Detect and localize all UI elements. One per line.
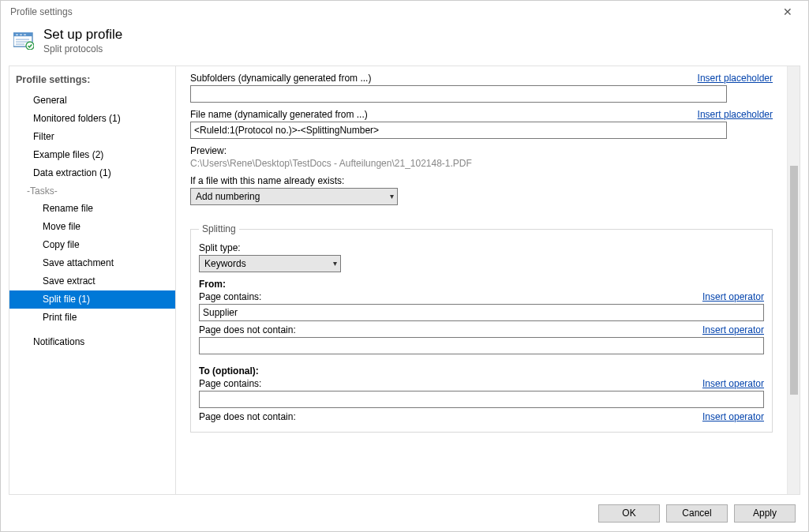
sidebar-item-filter[interactable]: Filter — [9, 128, 175, 146]
sidebar-item-general[interactable]: General — [9, 92, 175, 110]
to-label: To (optional): — [199, 365, 764, 377]
filename-input[interactable] — [190, 122, 727, 139]
page-contains-label: Page contains: — [199, 291, 261, 302]
subfolders-input[interactable] — [190, 85, 727, 103]
sidebar-item-data-extraction[interactable]: Data extraction (1) — [9, 164, 175, 182]
content-area: Subfolders (dynamically generated from .… — [176, 66, 787, 494]
window-title: Profile settings — [6, 6, 73, 17]
file-exists-value: Add numbering — [196, 191, 260, 202]
titlebar: Profile settings ✕ — [1, 1, 808, 23]
preview-value: C:\Users\Rene\Desktop\TestDocs - Aufteil… — [190, 158, 773, 169]
filename-label: File name (dynamically generated from ..… — [190, 109, 368, 120]
from-label: From: — [199, 279, 764, 290]
insert-operator-link[interactable]: Insert operator — [702, 411, 764, 422]
insert-operator-link[interactable]: Insert operator — [702, 378, 764, 389]
close-icon[interactable]: ✕ — [772, 6, 803, 18]
to-page-contains-input[interactable] — [199, 391, 764, 408]
page-header: Set up profile Split protocols — [1, 23, 808, 66]
file-exists-dropdown[interactable]: Add numbering ▾ — [190, 188, 398, 205]
sidebar-title: Profile settings: — [9, 66, 175, 92]
splitting-legend: Splitting — [199, 223, 239, 234]
file-exists-label: If a file with this name already exists: — [190, 175, 773, 186]
subfolders-label: Subfolders (dynamically generated from .… — [190, 73, 371, 84]
sidebar-item-print-file[interactable]: Print file — [9, 309, 175, 327]
apply-button[interactable]: Apply — [734, 504, 796, 523]
sidebar-item-monitored-folders[interactable]: Monitored folders (1) — [9, 110, 175, 128]
page-title: Set up profile — [43, 28, 122, 43]
sidebar-item-save-extract[interactable]: Save extract — [9, 272, 175, 290]
sidebar-item-rename-file[interactable]: Rename file — [9, 200, 175, 218]
sidebar-item-example-files[interactable]: Example files (2) — [9, 146, 175, 164]
insert-operator-link[interactable]: Insert operator — [702, 291, 764, 302]
sidebar-item-split-file[interactable]: Split file (1) — [9, 290, 175, 309]
insert-placeholder-link[interactable]: Insert placeholder — [698, 109, 773, 120]
from-page-not-contain-input[interactable] — [199, 337, 764, 354]
sidebar-item-save-attachment[interactable]: Save attachment — [9, 254, 175, 272]
insert-placeholder-link[interactable]: Insert placeholder — [698, 73, 773, 84]
page-subtitle: Split protocols — [43, 43, 122, 54]
sidebar-item-notifications[interactable]: Notifications — [9, 333, 175, 351]
page-not-contain-label: Page does not contain: — [199, 411, 296, 422]
splitting-group: Splitting Split type: Keywords ▾ From: P… — [190, 229, 773, 433]
scrollbar-thumb[interactable] — [790, 166, 798, 395]
profile-icon — [13, 32, 34, 50]
sidebar-item-copy-file[interactable]: Copy file — [9, 236, 175, 254]
chevron-down-icon: ▾ — [390, 192, 394, 200]
ok-button[interactable]: OK — [598, 504, 660, 523]
scrollbar[interactable] — [787, 66, 800, 494]
dialog-footer: OK Cancel Apply — [1, 495, 808, 531]
cancel-button[interactable]: Cancel — [666, 504, 728, 523]
sidebar-item-move-file[interactable]: Move file — [9, 218, 175, 236]
split-type-label: Split type: — [199, 242, 764, 253]
insert-operator-link[interactable]: Insert operator — [702, 324, 764, 335]
page-contains-label: Page contains: — [199, 378, 261, 389]
split-type-dropdown[interactable]: Keywords ▾ — [199, 255, 341, 272]
preview-label: Preview: — [190, 145, 773, 156]
sidebar-group-tasks: -Tasks- — [9, 182, 175, 200]
page-not-contain-label: Page does not contain: — [199, 324, 296, 335]
chevron-down-icon: ▾ — [333, 259, 337, 268]
sidebar: Profile settings: General Monitored fold… — [9, 66, 176, 495]
from-page-contains-input[interactable] — [199, 304, 764, 321]
split-type-value: Keywords — [204, 258, 246, 269]
